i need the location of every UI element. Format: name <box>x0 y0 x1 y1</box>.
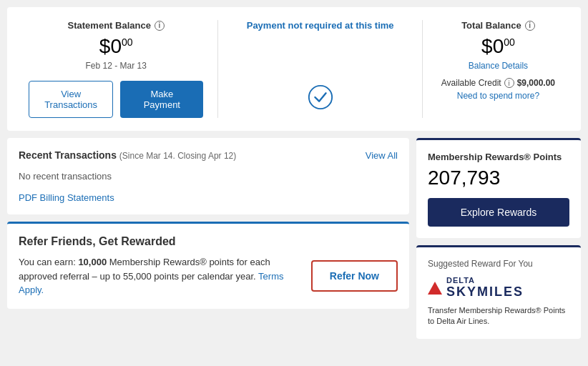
transactions-header: Recent Transactions (Since Mar 14. Closi… <box>19 149 398 161</box>
no-transactions-text: No recent transactions <box>19 171 398 182</box>
refer-friends-title: Refer Friends, Get Rewarded <box>19 235 398 248</box>
transactions-title-group: Recent Transactions (Since Mar 14. Closi… <box>19 149 236 161</box>
rewards-points: 207,793 <box>428 167 569 189</box>
right-column: Membership Rewards® Points 207,793 Explo… <box>416 138 581 339</box>
available-credit-row: Available Credit i $9,000.00 <box>441 78 555 88</box>
recent-transactions-card: Recent Transactions (Since Mar 14. Closi… <box>7 138 409 214</box>
view-transactions-button[interactable]: View Transactions <box>29 81 113 118</box>
total-balance-section: Total Balance i $000 Balance Details Ava… <box>423 20 574 118</box>
suggested-reward-label: Suggested Reward For You <box>428 259 569 269</box>
total-balance-amount: $000 <box>481 35 515 58</box>
total-balance-info-icon[interactable]: i <box>525 21 535 31</box>
statement-date-range: Feb 12 - Mar 13 <box>86 61 147 71</box>
payment-status-section: Payment not required at this time <box>218 20 422 118</box>
payment-status-text: Payment not required at this time <box>247 20 394 31</box>
suggested-reward-card: Suggested Reward For You DELTA SKYMILES … <box>416 245 581 339</box>
top-balance-card: Statement Balance i $000 Feb 12 - Mar 13… <box>7 7 581 131</box>
svg-point-0 <box>309 86 332 109</box>
refer-friends-text: You can earn: 10,000 Membership Rewards®… <box>19 255 304 297</box>
available-credit-amount: $9,000.00 <box>517 78 555 88</box>
delta-logo: DELTA SKYMILES <box>428 276 569 300</box>
left-column: Recent Transactions (Since Mar 14. Closi… <box>7 138 409 339</box>
transactions-subtitle: (Since Mar 14. Closing Apr 12) <box>119 151 236 161</box>
statement-balance-title: Statement Balance i <box>68 20 165 31</box>
balance-details-link[interactable]: Balance Details <box>469 61 528 71</box>
delta-triangle-icon <box>428 282 442 295</box>
delta-brand-text: DELTA SKYMILES <box>446 276 524 300</box>
statement-balance-amount: $000 <box>99 35 133 58</box>
statement-balance-info-icon[interactable]: i <box>155 21 165 31</box>
make-payment-button[interactable]: Make Payment <box>120 81 203 118</box>
refer-friends-card: Refer Friends, Get Rewarded You can earn… <box>7 222 409 309</box>
membership-rewards-card: Membership Rewards® Points 207,793 Explo… <box>416 138 581 238</box>
refer-points-highlight: 10,000 <box>78 257 107 267</box>
transactions-title: Recent Transactions <box>19 149 117 161</box>
refer-now-button[interactable]: Refer Now <box>311 260 398 292</box>
suggested-reward-description: Transfer Membership Rewards® Points to D… <box>428 305 569 327</box>
refer-friends-content: You can earn: 10,000 Membership Rewards®… <box>19 255 398 297</box>
statement-balance-section: Statement Balance i $000 Feb 12 - Mar 13… <box>14 20 218 118</box>
delta-brand-name: DELTA <box>446 276 524 285</box>
pdf-billing-link[interactable]: PDF Billing Statements <box>19 192 114 203</box>
rewards-label: Membership Rewards® Points <box>428 152 569 162</box>
skymiles-text: SKYMILES <box>446 285 524 300</box>
payment-check-icon <box>307 84 334 111</box>
view-all-link[interactable]: View All <box>366 150 398 161</box>
need-spend-link[interactable]: Need to spend more? <box>457 91 539 101</box>
main-content-area: Recent Transactions (Since Mar 14. Closi… <box>7 138 581 339</box>
available-credit-info-icon[interactable]: i <box>504 78 514 88</box>
total-balance-title: Total Balance i <box>461 20 535 31</box>
explore-rewards-button[interactable]: Explore Rewards <box>428 198 569 227</box>
